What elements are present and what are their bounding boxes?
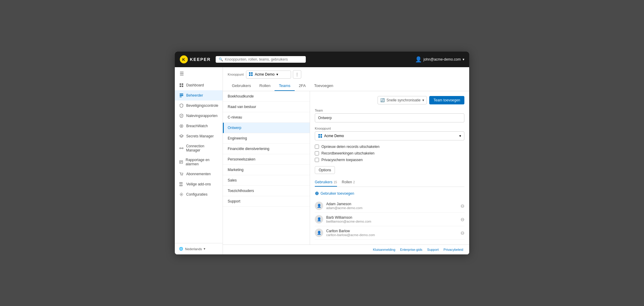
svg-rect-6: [180, 94, 183, 94]
sidebar-item-configuraties[interactable]: Configuraties: [175, 189, 223, 200]
sidebar-item-dashboard[interactable]: Dashboard: [175, 80, 223, 90]
add-user-link[interactable]: ⊕ Gebruiker toevoegen: [315, 190, 464, 196]
keeper-logo-icon: K: [180, 55, 188, 64]
team-item-raad[interactable]: Raad van bestuur: [223, 102, 310, 112]
sidebar-item-breachwatch[interactable]: BreachWatch: [175, 121, 223, 131]
svg-rect-4: [180, 86, 181, 87]
svg-rect-2: [180, 83, 181, 85]
team-item-marketing[interactable]: Marketing: [223, 165, 310, 175]
detail-tab-gebruikers-label: Gebruikers: [315, 180, 333, 184]
svg-point-10: [181, 125, 182, 127]
tab-toevoegen[interactable]: Toevoegen: [310, 81, 338, 91]
team-form-group: Team: [315, 109, 464, 122]
user-email-barb: bwilliamson@acme-demo.com: [326, 220, 460, 223]
footer-privacybeleid[interactable]: Privacybeleid: [444, 248, 463, 251]
checkbox-recordbewerkingen-input[interactable]: [315, 151, 319, 155]
options-button[interactable]: Options: [315, 166, 335, 174]
footer-enterprise-gids[interactable]: Enterprise-gids: [400, 248, 422, 251]
sidebar-item-beheerder[interactable]: Beheerder: [175, 90, 223, 100]
svg-rect-30: [320, 134, 322, 136]
user-remove-barb[interactable]: ⊖: [460, 217, 464, 222]
sidebar-item-naleving[interactable]: Nalevingsrapporten: [175, 111, 223, 121]
user-name-barb: Barb Williamson: [326, 215, 460, 220]
svg-rect-28: [251, 74, 253, 76]
user-info[interactable]: 👤 john@acme-demo.com ▾: [415, 56, 464, 63]
svg-rect-21: [181, 182, 182, 184]
report-icon: [179, 160, 183, 164]
sync-button[interactable]: 🔄 Snelle synchronisatie ▾: [378, 96, 427, 104]
svg-rect-26: [251, 72, 253, 74]
search-input[interactable]: [225, 57, 303, 62]
detail-tab-gebruikers[interactable]: Gebruikers 15: [315, 178, 337, 187]
tab-2fa[interactable]: 2FA: [295, 81, 310, 91]
main-layout: ☰ Dashboard Beheerder: [175, 67, 469, 254]
team-item-engineering[interactable]: Engineering: [223, 133, 310, 144]
footer-support[interactable]: Support: [427, 248, 439, 251]
svg-rect-29: [318, 134, 320, 136]
user-row-adam: 👤 Adam Jameson adam@acme-demo.com ⊖: [315, 199, 464, 213]
sidebar-item-secrets-manager[interactable]: Secrets Manager: [175, 131, 223, 141]
svg-rect-8: [180, 97, 182, 97]
sync-label: Snelle synchronisatie: [387, 98, 421, 102]
user-info-carlton: Carlton Barlow carlton-barlow@acme-demo.…: [326, 229, 460, 237]
node-value: Acme Demo: [255, 72, 275, 76]
user-avatar-carlton: 👤: [315, 229, 323, 237]
header: K KEEPER 🔍 👤 john@acme-demo.com ▾: [175, 52, 469, 67]
svg-point-18: [181, 175, 181, 176]
team-item-cniveau[interactable]: C-niveau: [223, 112, 310, 123]
checkbox-opnieuw-delen[interactable]: Opnieuw delen records uitschakelen: [315, 145, 464, 149]
sidebar-item-rapportage[interactable]: Rapportage en alarmen: [175, 155, 223, 169]
checkbox-opnieuw-delen-input[interactable]: [315, 145, 319, 149]
svg-rect-22: [180, 185, 181, 186]
detail-tabs-row: Gebruikers 15 Rollen 2: [315, 178, 464, 187]
footer-kluisanmelding[interactable]: Kluisanmelding: [373, 248, 395, 251]
team-item-ontwerp[interactable]: Ontwerp: [223, 123, 310, 133]
team-item-toezichthouders[interactable]: Toezichthouders: [223, 186, 310, 196]
team-item-personeelszaken[interactable]: Personeelszaken: [223, 154, 310, 165]
node-dropdown[interactable]: Acme Demo ▾: [315, 131, 464, 140]
sidebar-label-connection: Connection Manager: [186, 144, 218, 152]
checkbox-recordbewerkingen[interactable]: Recordbewerkingen uitschakelen: [315, 151, 464, 155]
team-name-input[interactable]: [315, 113, 464, 122]
user-avatar-barb: 👤: [315, 215, 323, 224]
detail-tab-rollen[interactable]: Rollen 2: [342, 178, 355, 187]
team-item-financiele[interactable]: Financiële dienstverlening: [223, 144, 310, 154]
sidebar-item-beveiliging[interactable]: Beveiligingscontrole: [175, 100, 223, 111]
user-row-carlton: 👤 Carlton Barlow carlton-barlow@acme-dem…: [315, 226, 464, 240]
tab-rollen[interactable]: Rollen: [255, 81, 275, 91]
checkbox-group: Opnieuw delen records uitschakelen Recor…: [315, 145, 464, 162]
hamburger-button[interactable]: ☰: [175, 67, 223, 80]
sidebar-item-connection-manager[interactable]: Connection Manager: [175, 141, 223, 155]
user-email-carlton: carlton-barlow@acme-demo.com: [326, 233, 460, 237]
add-team-button[interactable]: Team toevoegen: [429, 96, 464, 104]
team-detail-panel: 🔄 Snelle synchronisatie ▾ Team toevoegen…: [310, 91, 469, 244]
tab-teams[interactable]: Teams: [275, 81, 294, 91]
user-remove-carlton[interactable]: ⊖: [460, 230, 464, 236]
sidebar-item-abonnementen[interactable]: Abonnementen: [175, 169, 223, 179]
sidebar-label-naleving: Nalevingsrapporten: [186, 114, 217, 118]
search-bar[interactable]: 🔍: [216, 56, 306, 63]
sidebar: ☰ Dashboard Beheerder: [175, 67, 223, 254]
node-selector[interactable]: Acme Demo ▾: [246, 70, 291, 79]
logo-text: KEEPER: [190, 57, 211, 62]
content-body: Boekhoudkunde Raad van bestuur C-niveau …: [223, 91, 469, 244]
checkbox-privacyscherm[interactable]: Privacyscherm toepassen: [315, 158, 464, 162]
team-item-boekhoudkunde[interactable]: Boekhoudkunde: [223, 91, 310, 102]
user-info-barb: Barb Williamson bwilliamson@acme-demo.co…: [326, 215, 460, 223]
logo-area: K KEEPER: [180, 55, 211, 64]
user-name-carlton: Carlton Barlow: [326, 229, 460, 233]
node-kebab-menu[interactable]: ⋮: [293, 70, 301, 79]
node-form-group: Knooppunt Acme Demo ▾: [315, 127, 464, 140]
sidebar-label-rapportage: Rapportage en alarmen: [186, 158, 218, 166]
user-info-adam: Adam Jameson adam@acme-demo.com: [326, 202, 460, 210]
tab-gebruikers[interactable]: Gebruikers: [228, 81, 255, 91]
node-grid-icon: [249, 72, 253, 77]
team-item-sales[interactable]: Sales: [223, 175, 310, 186]
sidebar-footer-language[interactable]: 🌐 Nederlands ▾: [175, 243, 223, 254]
team-item-support[interactable]: Support: [223, 196, 310, 207]
user-remove-adam[interactable]: ⊖: [460, 203, 464, 209]
content-area: Knooppunt Acme Demo ▾ ⋮ Gebruikers Rolle…: [223, 67, 469, 254]
checkbox-privacyscherm-input[interactable]: [315, 158, 319, 162]
sidebar-item-addons[interactable]: Veilige add-ons: [175, 179, 223, 189]
user-email-adam: adam@acme-demo.com: [326, 206, 460, 210]
